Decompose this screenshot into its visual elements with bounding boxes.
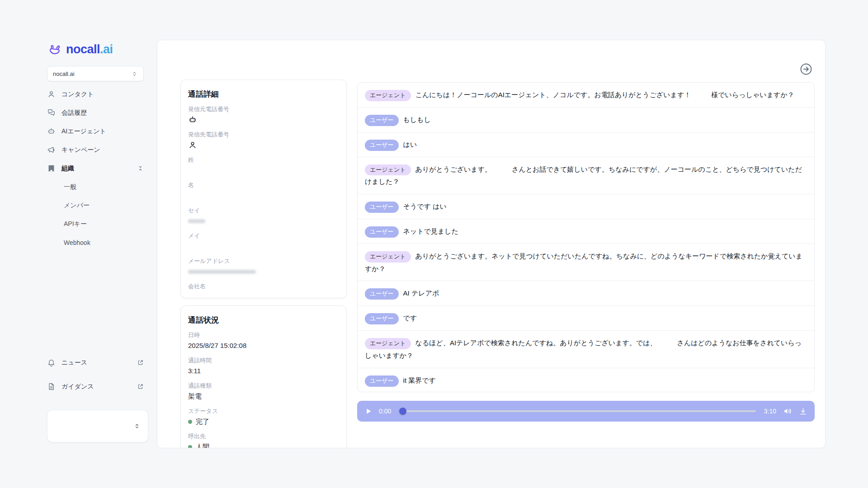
brand-name: nocall.ai	[66, 42, 113, 56]
field-label: セイ	[188, 206, 339, 215]
arrow-right-circle-icon	[799, 62, 813, 76]
seek-slider[interactable]	[399, 407, 756, 415]
transcript-message: エージェントこんにちは！ノーコールのAIエージェント、ノコルです。お電話ありがと…	[358, 83, 814, 108]
person-icon	[188, 141, 197, 150]
field-value-text: 3:11	[188, 366, 201, 376]
field-label: 発信先電話番号	[188, 131, 339, 139]
call-status-fields: 日時2025/8/27 15:02:08通話時間3:11通話種類架電ステータス完…	[188, 331, 339, 448]
field-label: 姓	[188, 156, 339, 164]
field-label: 通話時間	[188, 357, 339, 365]
account-select[interactable]	[47, 410, 148, 442]
transcript-panel: エージェントこんにちは！ノーコールのAIエージェント、ノコルです。お電話ありがと…	[357, 82, 815, 392]
redacted-value	[188, 219, 205, 223]
transcript-message: ユーザーit 業界です	[358, 368, 814, 392]
workspace-select[interactable]: nocall.ai	[47, 66, 144, 81]
transcript-message: ユーザーもしもし	[358, 108, 814, 132]
field-value-text: 2025/8/27 15:02:08	[188, 341, 246, 351]
field-label: メールアドレス	[188, 257, 339, 265]
bell-icon	[47, 358, 56, 367]
field: 通話時間3:11	[188, 357, 339, 376]
transcript-message: ユーザーはい	[358, 132, 814, 157]
external-link-icon	[137, 383, 144, 390]
sidebar-item-members[interactable]: メンバー	[47, 196, 144, 215]
play-button[interactable]	[364, 407, 373, 416]
sidebar-item-guidance[interactable]: ガイダンス	[47, 377, 144, 396]
collapse-icon	[137, 165, 144, 172]
field: 日時2025/8/27 15:02:08	[188, 331, 339, 351]
message-text: です	[403, 314, 417, 322]
volume-icon	[783, 406, 793, 416]
sidebar-item-webhook[interactable]: Webhook	[47, 233, 144, 252]
agent-badge: エージェント	[365, 251, 411, 263]
status-dot	[188, 445, 192, 449]
field-label: ステータス	[188, 407, 339, 415]
user-badge: ユーザー	[365, 288, 399, 300]
field: 呼出先人間	[188, 432, 339, 448]
sidebar-item-label: ガイダンス	[61, 383, 94, 391]
field: 名	[188, 181, 339, 201]
field-label: メイ	[188, 232, 339, 240]
download-button[interactable]	[799, 407, 807, 416]
chevron-updown-icon	[131, 70, 138, 77]
field-value	[188, 292, 339, 298]
status-dot	[188, 420, 192, 424]
field-label: 通話種類	[188, 382, 339, 390]
field-value: 完了	[188, 417, 339, 427]
transcript-message: ユーザーネットで見ました	[358, 219, 814, 244]
next-conversation-button[interactable]	[799, 62, 813, 76]
sidebar-item-label: AIエージェント	[61, 127, 106, 136]
shaka-hand-icon	[47, 43, 62, 56]
field-label: 日時	[188, 331, 339, 339]
message-text: ありがとうございます。 さんとお話できて嬉しいです。ちなみにですが、ノーコールの…	[365, 165, 802, 186]
transcript-message: エージェントありがとうございます。ネットで見つけていただいたんですね。ちなみに、…	[358, 244, 814, 282]
current-time: 0:00	[379, 408, 391, 415]
sidebar-item-api-keys[interactable]: APIキー	[47, 215, 144, 233]
main-panel: 通話詳細 発信元電話番号発信先電話番号姓名セイメイメールアドレス会社名 通話状況…	[157, 40, 826, 448]
person-icon	[47, 90, 56, 99]
robot-icon	[47, 127, 56, 136]
audio-player: 0:00 3:10	[357, 401, 815, 422]
message-text: AI テレアポ	[403, 289, 439, 297]
sidebar-item-ai-agents[interactable]: AIエージェント	[47, 122, 144, 141]
field-value: 人間	[188, 442, 339, 448]
call-details-title: 通話詳細	[188, 89, 339, 99]
transcript-message: ユーザーAI テレアポ	[358, 281, 814, 306]
robot-icon	[188, 115, 197, 124]
download-icon	[799, 407, 807, 416]
document-icon	[47, 382, 56, 391]
workspace-select-value: nocall.ai	[53, 70, 75, 77]
field: 発信元電話番号	[188, 105, 339, 125]
redacted-value	[188, 270, 256, 274]
call-details-fields: 発信元電話番号発信先電話番号姓名セイメイメールアドレス会社名	[188, 105, 339, 298]
user-badge: ユーザー	[365, 226, 399, 238]
user-badge: ユーザー	[365, 202, 399, 213]
field: セイ	[188, 206, 339, 226]
field-value	[188, 216, 339, 226]
field: メイ	[188, 232, 339, 251]
field-value	[188, 191, 339, 201]
agent-badge: エージェント	[365, 90, 411, 101]
sidebar-item-campaigns[interactable]: キャンペーン	[47, 141, 144, 159]
seek-thumb[interactable]	[399, 408, 406, 415]
sidebar-item-contacts[interactable]: コンタクト	[47, 85, 144, 103]
transcript-message: エージェントありがとうございます。 さんとお話できて嬉しいです。ちなみにですが、…	[358, 157, 814, 195]
transcript-message: ユーザーです	[358, 306, 814, 331]
field-label: 会社名	[188, 282, 339, 291]
play-icon	[364, 407, 373, 416]
message-text: ネットで見ました	[403, 227, 458, 235]
call-status-title: 通話状況	[188, 315, 339, 325]
field: 通話種類架電	[188, 382, 339, 401]
sidebar-item-conversation-history[interactable]: 会話履歴	[47, 103, 144, 122]
sidebar-item-news[interactable]: ニュース	[47, 353, 144, 372]
field-value: 3:11	[188, 366, 339, 376]
field-value	[188, 115, 339, 125]
field-value	[188, 267, 339, 277]
field: 発信先電話番号	[188, 131, 339, 150]
message-text: こんにちは！ノーコールのAIエージェント、ノコルです。お電話ありがとうございます…	[415, 91, 794, 99]
sidebar-item-general[interactable]: 一般	[47, 178, 144, 196]
user-badge: ユーザー	[365, 115, 399, 126]
field-value: 架電	[188, 391, 339, 401]
sidebar-item-organization[interactable]: 組織	[47, 159, 144, 178]
volume-button[interactable]	[783, 406, 793, 416]
sidebar-item-label: 組織	[61, 164, 74, 173]
